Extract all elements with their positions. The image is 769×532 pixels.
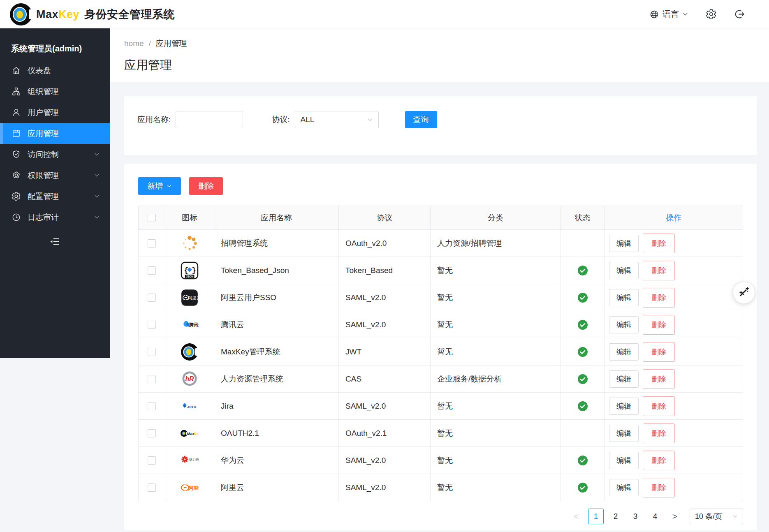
next-page-button[interactable]: > bbox=[667, 509, 683, 524]
active-status-icon bbox=[577, 266, 588, 274]
active-status-icon bbox=[577, 293, 588, 301]
sidebar-item-log[interactable]: 日志审计 bbox=[0, 207, 110, 228]
bulk-delete-button[interactable]: 删除 bbox=[189, 177, 223, 195]
app-protocol: SAML_v2.0 bbox=[339, 474, 431, 501]
page-button-2[interactable]: 2 bbox=[608, 509, 623, 524]
active-status-icon bbox=[577, 401, 588, 410]
row-checkbox[interactable] bbox=[148, 266, 156, 275]
logout-button[interactable] bbox=[734, 9, 745, 20]
column-header: 操作 bbox=[605, 206, 743, 230]
settings-button[interactable] bbox=[706, 9, 717, 20]
search-panel: 应用名称: 协议: ALL 查询 bbox=[124, 96, 757, 155]
edit-button[interactable]: 编辑 bbox=[609, 262, 639, 279]
page-button-4[interactable]: 4 bbox=[647, 509, 663, 524]
edit-button[interactable]: 编辑 bbox=[609, 479, 639, 496]
sidebar-item-label: 应用管理 bbox=[28, 128, 59, 139]
page-button-3[interactable]: 3 bbox=[628, 509, 643, 524]
search-button[interactable]: 查询 bbox=[405, 111, 437, 128]
delete-button[interactable]: 删除 bbox=[643, 451, 675, 470]
delete-button[interactable]: 删除 bbox=[643, 234, 675, 253]
sidebar-item-user[interactable]: 用户管理 bbox=[0, 102, 110, 123]
edit-button[interactable]: 编辑 bbox=[609, 398, 639, 415]
page-button-1[interactable]: 1 bbox=[588, 509, 604, 524]
app-icon-cell: 腾讯云 bbox=[165, 311, 214, 338]
delete-button[interactable]: 删除 bbox=[643, 261, 675, 280]
language-menu[interactable]: 语言 bbox=[649, 9, 688, 20]
active-status-icon bbox=[577, 320, 588, 328]
app-protocol: Token_Based bbox=[339, 257, 431, 284]
breadcrumb-home-link[interactable]: home bbox=[124, 39, 144, 48]
table-header-row: 图标应用名称协议分类状态操作 bbox=[139, 206, 743, 230]
app-icon-cell: hR bbox=[165, 365, 214, 393]
menu-fold-icon bbox=[49, 236, 60, 249]
delete-button[interactable]: 删除 bbox=[643, 423, 675, 443]
sidebar-item-dashboard[interactable]: 仪表盘 bbox=[0, 60, 110, 81]
appstore-icon bbox=[12, 129, 21, 138]
top-header: MaxKey身份安全管理系统 语言 bbox=[0, 0, 769, 28]
add-button[interactable]: 新增 bbox=[138, 177, 181, 195]
row-checkbox[interactable] bbox=[148, 402, 156, 410]
row-actions: 编辑删除 bbox=[605, 365, 743, 393]
theme-wand-button[interactable] bbox=[733, 282, 755, 303]
app-protocol: SAML_v2.0 bbox=[339, 311, 431, 338]
app-protocol: OAuth_v2.1 bbox=[339, 420, 431, 447]
magic-wand-icon bbox=[738, 286, 750, 300]
delete-button[interactable]: 删除 bbox=[643, 315, 675, 335]
breadcrumb: home / 应用管理 bbox=[124, 38, 769, 49]
svg-text:}: } bbox=[192, 266, 196, 275]
table-row: 招聘管理系统OAuth_v2.0人力资源/招聘管理编辑删除 bbox=[139, 230, 743, 257]
row-checkbox[interactable] bbox=[148, 294, 156, 302]
row-checkbox[interactable] bbox=[148, 429, 156, 437]
edit-button[interactable]: 编辑 bbox=[609, 289, 639, 306]
edit-button[interactable]: 编辑 bbox=[609, 452, 639, 469]
aliyun-dark-app-icon: 阿里云 bbox=[180, 288, 199, 307]
table-row: MaxKey管理系统JWT暂无编辑删除 bbox=[139, 338, 743, 365]
edit-button[interactable]: 编辑 bbox=[609, 235, 639, 252]
row-checkbox[interactable] bbox=[148, 456, 156, 465]
sidebar-item-org[interactable]: 组织管理 bbox=[0, 81, 110, 102]
delete-button[interactable]: 删除 bbox=[643, 288, 675, 308]
user-icon bbox=[12, 108, 21, 117]
edit-button[interactable]: 编辑 bbox=[609, 316, 639, 333]
sidebar-item-access[interactable]: 访问控制 bbox=[0, 144, 110, 165]
sidebar-item-label: 用户管理 bbox=[28, 107, 59, 118]
row-actions: 编辑删除 bbox=[605, 284, 743, 311]
maxkey-logo-icon bbox=[10, 3, 32, 25]
row-checkbox[interactable] bbox=[148, 375, 156, 383]
page-list: 1234 bbox=[586, 509, 665, 524]
delete-button[interactable]: 删除 bbox=[643, 478, 675, 497]
app-name-input[interactable] bbox=[176, 111, 243, 128]
table-row: JIRAJiraSAML_v2.0暂无编辑删除 bbox=[139, 393, 743, 420]
row-checkbox[interactable] bbox=[148, 348, 156, 356]
app-status-cell bbox=[561, 447, 605, 474]
row-checkbox-cell bbox=[139, 474, 165, 501]
row-checkbox[interactable] bbox=[148, 239, 156, 247]
edit-button[interactable]: 编辑 bbox=[609, 343, 639, 361]
app-status-cell bbox=[561, 474, 605, 501]
row-checkbox[interactable] bbox=[148, 321, 156, 329]
sidebar-item-app[interactable]: 应用管理 bbox=[0, 123, 110, 144]
delete-button[interactable]: 删除 bbox=[643, 396, 675, 416]
delete-button[interactable]: 删除 bbox=[643, 342, 675, 362]
protocol-select[interactable]: ALL bbox=[295, 111, 379, 128]
sidebar-item-config[interactable]: 配置管理 bbox=[0, 186, 110, 207]
sidebar-item-permission[interactable]: 权限管理 bbox=[0, 165, 110, 186]
select-all-checkbox[interactable] bbox=[148, 214, 156, 222]
row-checkbox[interactable] bbox=[148, 483, 156, 492]
page-size-select[interactable]: 10 条/页 bbox=[690, 509, 743, 524]
chevron-down-icon bbox=[167, 183, 172, 189]
previous-page-button[interactable]: < bbox=[568, 509, 584, 524]
app-category: 暂无 bbox=[431, 338, 561, 365]
app-name: 阿里云用户SSO bbox=[214, 284, 339, 311]
language-label: 语言 bbox=[662, 9, 679, 20]
edit-button[interactable]: 编辑 bbox=[609, 370, 639, 388]
jira-app-icon: JIRA bbox=[180, 397, 199, 416]
row-checkbox-cell bbox=[139, 311, 165, 338]
collapse-sidebar-button[interactable] bbox=[0, 236, 110, 249]
app-status-cell bbox=[561, 284, 605, 311]
logo-notch bbox=[29, 9, 33, 19]
page-size-value: 10 条/页 bbox=[695, 511, 722, 521]
delete-button[interactable]: 删除 bbox=[643, 369, 675, 389]
app-protocol: CAS bbox=[339, 365, 431, 393]
edit-button[interactable]: 编辑 bbox=[609, 425, 639, 442]
